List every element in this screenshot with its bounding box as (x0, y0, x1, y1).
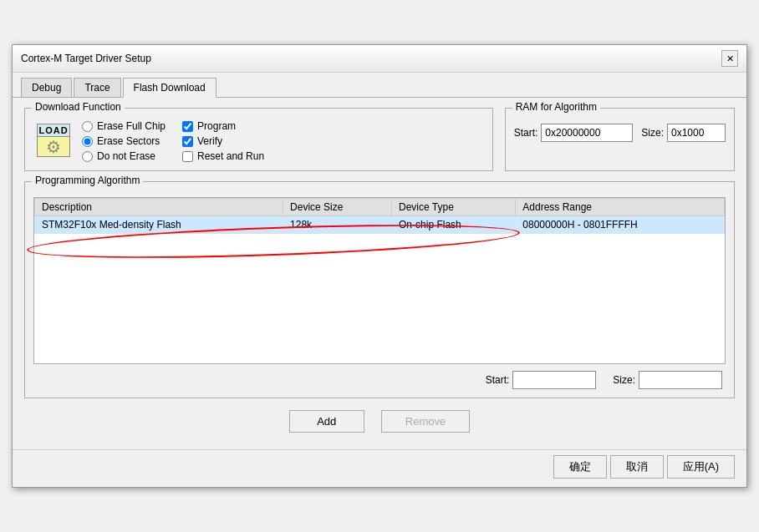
dialog-title: Cortex-M Target Driver Setup (21, 53, 151, 64)
erase-full-chip-label: Erase Full Chip (97, 120, 166, 132)
erase-full-chip-radio[interactable] (82, 121, 93, 132)
remove-button[interactable]: Remove (381, 410, 470, 433)
algo-table-wrapper: Description Device Size Device Type Addr… (33, 197, 726, 364)
tab-bar: Debug Trace Flash Download (13, 73, 746, 98)
tab-content: Download Function LOAD ⚙ Erase Full Chip (13, 98, 746, 449)
algo-start-label: Start: (486, 374, 510, 386)
algo-table-container[interactable]: Description Device Size Device Type Addr… (33, 197, 726, 364)
program-label: Program (197, 120, 236, 132)
add-remove-buttons: Add Remove (24, 410, 735, 433)
algo-start-group: Start: (486, 371, 597, 389)
algo-start-input[interactable] (512, 371, 596, 389)
apply-button[interactable]: 应用(A) (667, 455, 735, 479)
reset-run-checkbox[interactable] (182, 151, 193, 162)
tab-trace[interactable]: Trace (74, 78, 120, 97)
tab-flash-download[interactable]: Flash Download (123, 78, 216, 98)
ram-size-group: Size: (641, 124, 726, 142)
dialog-window: Cortex-M Target Driver Setup ✕ Debug Tra… (12, 44, 747, 488)
ram-size-input[interactable] (667, 124, 726, 142)
table-row[interactable]: STM32F10x Med-density Flash 128k On-chip… (35, 216, 725, 234)
col-description: Description (35, 199, 283, 216)
erase-options: Erase Full Chip Erase Sectors Do not Era… (82, 120, 166, 162)
ram-start-label: Start: (514, 127, 538, 139)
load-icon: LOAD ⚙ (33, 120, 74, 160)
download-function-group: Download Function LOAD ⚙ Erase Full Chip (24, 108, 493, 171)
programming-algorithm-group: Programming Algorithm Description Device… (24, 181, 735, 398)
download-function-legend: Download Function (32, 101, 125, 113)
load-icon-text: LOAD (37, 124, 70, 137)
add-button[interactable]: Add (289, 410, 364, 433)
col-address-range: Address Range (516, 199, 725, 216)
footer-buttons: 确定 取消 应用(A) (13, 449, 746, 487)
col-device-size: Device Size (283, 199, 392, 216)
erase-sectors-radio[interactable] (82, 136, 93, 147)
program-options: Program Verify Reset and Run (182, 120, 264, 162)
programming-algorithm-legend: Programming Algorithm (32, 175, 143, 186)
erase-full-chip-option[interactable]: Erase Full Chip (82, 120, 166, 132)
verify-checkbox[interactable] (182, 136, 193, 147)
algo-bottom-fields: Start: Size: (33, 371, 726, 389)
algo-table-header: Description Device Size Device Type Addr… (35, 199, 725, 216)
erase-sectors-option[interactable]: Erase Sectors (82, 135, 166, 147)
do-not-erase-option[interactable]: Do not Erase (82, 150, 166, 162)
verify-label: Verify (197, 135, 222, 147)
verify-option[interactable]: Verify (182, 135, 264, 147)
program-option[interactable]: Program (182, 120, 264, 132)
cancel-button[interactable]: 取消 (610, 455, 664, 479)
reset-run-option[interactable]: Reset and Run (182, 150, 264, 162)
title-bar: Cortex-M Target Driver Setup ✕ (13, 45, 746, 73)
program-checkbox[interactable] (182, 121, 193, 132)
algo-size-group: Size: (613, 371, 722, 389)
ram-start-group: Start: (514, 124, 634, 142)
do-not-erase-radio[interactable] (82, 151, 93, 162)
chip-icon: ⚙ (46, 137, 61, 157)
row-device-type: On-chip Flash (392, 216, 516, 234)
algo-table: Description Device Size Device Type Addr… (34, 198, 725, 234)
row-device-size: 128k (283, 216, 392, 234)
do-not-erase-label: Do not Erase (97, 150, 155, 162)
erase-sectors-label: Erase Sectors (97, 135, 160, 147)
load-icon-graphic: ⚙ (37, 137, 70, 157)
ram-algorithm-legend: RAM for Algorithm (512, 101, 600, 113)
row-address-range: 08000000H - 0801FFFFH (516, 216, 725, 234)
algo-size-input[interactable] (639, 371, 722, 389)
col-device-type: Device Type (392, 199, 516, 216)
ram-start-input[interactable] (541, 124, 633, 142)
ram-size-label: Size: (641, 127, 664, 139)
row-description: STM32F10x Med-density Flash (35, 216, 283, 234)
reset-run-label: Reset and Run (197, 150, 264, 162)
ram-algorithm-group: RAM for Algorithm Start: Size: (505, 108, 735, 171)
close-button[interactable]: ✕ (721, 50, 738, 67)
algo-size-label: Size: (613, 374, 635, 386)
tab-debug[interactable]: Debug (21, 78, 72, 97)
ok-button[interactable]: 确定 (553, 455, 607, 479)
